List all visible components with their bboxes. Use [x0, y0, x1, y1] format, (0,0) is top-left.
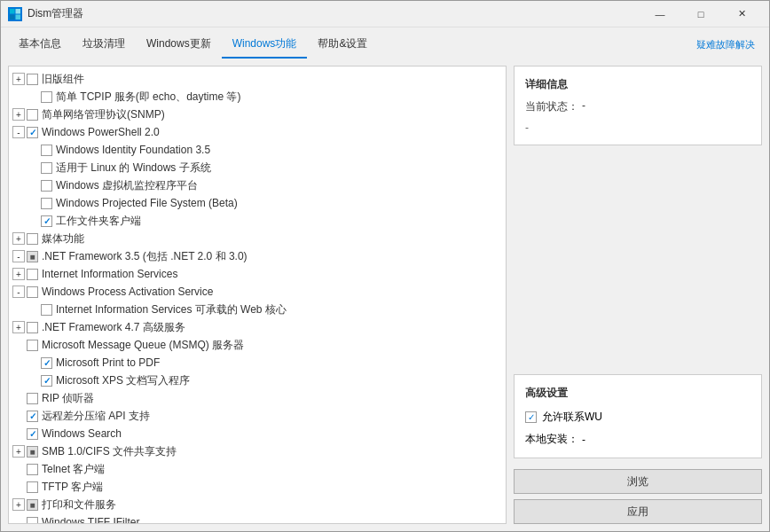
- checkbox[interactable]: [27, 481, 38, 493]
- item-label: 适用于 Linux 的 Windows 子系统: [56, 160, 211, 176]
- tab-features[interactable]: Windows功能: [222, 31, 308, 59]
- checkbox[interactable]: ✓: [41, 375, 52, 387]
- item-label: 简单网络管理协议(SNMP): [42, 107, 165, 122]
- item-label: .NET Framework 4.7 高级服务: [42, 320, 185, 335]
- expand-placeholder: [27, 356, 39, 369]
- advanced-settings-title: 高级设置: [525, 386, 750, 401]
- expand-placeholder: [12, 339, 25, 351]
- minimize-button[interactable]: —: [640, 1, 680, 27]
- checkbox[interactable]: [27, 464, 38, 475]
- close-button[interactable]: ✕: [721, 1, 762, 27]
- tab-basic[interactable]: 基本信息: [8, 31, 72, 59]
- description: -: [525, 121, 750, 134]
- list-item[interactable]: + ■ SMB 1.0/CIFS 文件共享支持: [9, 442, 506, 460]
- list-item[interactable]: Windows TIFF IFilter: [9, 513, 506, 523]
- list-item[interactable]: + 旧版组件: [9, 70, 506, 88]
- checkbox[interactable]: [27, 517, 38, 524]
- expand-icon[interactable]: +: [12, 498, 25, 511]
- checkbox[interactable]: [27, 233, 38, 245]
- checkbox[interactable]: [41, 162, 52, 174]
- list-item[interactable]: + 媒体功能: [9, 230, 506, 247]
- expand-icon[interactable]: -: [12, 286, 25, 298]
- expand-placeholder: [12, 410, 25, 422]
- list-item[interactable]: - ✓ Windows PowerShell 2.0: [9, 123, 506, 141]
- item-label: Windows Projected File System (Beta): [56, 197, 238, 209]
- window-title: Dism管理器: [28, 6, 640, 21]
- checkbox[interactable]: [27, 322, 38, 333]
- list-item[interactable]: + Internet Information Services: [9, 265, 506, 283]
- checkbox[interactable]: ✓: [41, 357, 52, 369]
- expand-placeholder: [12, 516, 25, 523]
- apply-button[interactable]: 应用: [514, 499, 762, 524]
- expand-icon[interactable]: +: [12, 445, 25, 458]
- checkbox[interactable]: [27, 286, 38, 298]
- expand-icon[interactable]: +: [12, 73, 25, 85]
- troubleshoot-link[interactable]: 疑难故障解决: [696, 38, 762, 51]
- checkbox[interactable]: ■: [27, 499, 38, 511]
- list-item[interactable]: ✓ Microsoft Print to PDF: [9, 354, 506, 372]
- browse-button[interactable]: 浏览: [514, 469, 762, 494]
- allow-wu-checkbox[interactable]: ✓: [525, 411, 537, 423]
- checkbox[interactable]: ✓: [27, 428, 38, 440]
- list-item[interactable]: TFTP 客户端: [9, 478, 506, 496]
- checkbox[interactable]: ✓: [27, 127, 38, 138]
- feature-list[interactable]: + 旧版组件 简单 TCPIP 服务(即 echo、daytime 等) + 简…: [9, 66, 506, 523]
- item-label: Internet Information Services: [42, 268, 177, 280]
- local-install-label: 本地安装：: [525, 432, 578, 447]
- checkbox[interactable]: ✓: [27, 411, 38, 422]
- list-item[interactable]: ✓ Windows Search: [9, 425, 506, 442]
- list-item[interactable]: ✓ 远程差分压缩 API 支持: [9, 407, 506, 425]
- expand-icon[interactable]: -: [12, 250, 25, 262]
- tab-clean[interactable]: 垃圾清理: [72, 31, 136, 59]
- list-item[interactable]: Telnet 客户端: [9, 460, 506, 478]
- list-item[interactable]: 适用于 Linux 的 Windows 子系统: [9, 159, 506, 176]
- spacer: [514, 153, 762, 367]
- expand-placeholder: [27, 144, 39, 156]
- item-label: 远程差分压缩 API 支持: [42, 409, 150, 424]
- list-item[interactable]: ✓ 工作文件夹客户端: [9, 212, 506, 230]
- list-item[interactable]: + .NET Framework 4.7 高级服务: [9, 318, 506, 336]
- checkbox[interactable]: [27, 340, 38, 351]
- item-label: Windows Search: [42, 427, 122, 440]
- list-item[interactable]: + ■ 打印和文件服务: [9, 496, 506, 513]
- list-item[interactable]: - ■ .NET Framework 3.5 (包括 .NET 2.0 和 3.…: [9, 247, 506, 265]
- checkbox[interactable]: [27, 269, 38, 280]
- list-item[interactable]: Microsoft Message Queue (MSMQ) 服务器: [9, 336, 506, 354]
- checkbox[interactable]: [27, 109, 38, 121]
- right-panel: 详细信息 当前状态： - - 高级设置 ✓ 允许联系WU 本地安装： -: [514, 66, 762, 524]
- checkbox[interactable]: [41, 304, 52, 316]
- list-item[interactable]: Windows 虚拟机监控程序平台: [9, 176, 506, 194]
- list-item[interactable]: Windows Identity Foundation 3.5: [9, 141, 506, 159]
- list-item[interactable]: RIP 侦听器: [9, 389, 506, 407]
- expand-icon[interactable]: +: [12, 108, 25, 121]
- list-item[interactable]: 简单 TCPIP 服务(即 echo、daytime 等): [9, 88, 506, 106]
- checkbox[interactable]: ■: [27, 251, 38, 262]
- list-item[interactable]: - Windows Process Activation Service: [9, 283, 506, 301]
- checkbox[interactable]: [41, 198, 52, 209]
- status-row: 当前状态： -: [525, 99, 750, 114]
- list-item[interactable]: + 简单网络管理协议(SNMP): [9, 106, 506, 123]
- list-item[interactable]: Windows Projected File System (Beta): [9, 194, 506, 212]
- expand-icon[interactable]: -: [12, 126, 25, 138]
- checkbox[interactable]: [27, 74, 38, 85]
- item-label: 工作文件夹客户端: [56, 214, 141, 229]
- svg-rect-0: [10, 9, 15, 14]
- checkbox[interactable]: [41, 145, 52, 156]
- item-label: Microsoft XPS 文档写入程序: [56, 373, 190, 388]
- list-item[interactable]: Internet Information Services 可承载的 Web 核…: [9, 301, 506, 318]
- list-item[interactable]: ✓ Microsoft XPS 文档写入程序: [9, 372, 506, 389]
- expand-icon[interactable]: +: [12, 232, 25, 245]
- checkbox[interactable]: [41, 91, 52, 103]
- item-label: .NET Framework 3.5 (包括 .NET 2.0 和 3.0): [42, 249, 248, 264]
- local-install-row: 本地安装： -: [525, 432, 750, 447]
- maximize-button[interactable]: □: [680, 1, 721, 27]
- checkbox[interactable]: ✓: [41, 215, 52, 227]
- checkbox[interactable]: [41, 180, 52, 192]
- checkbox[interactable]: ■: [27, 446, 38, 458]
- checkbox[interactable]: [27, 393, 38, 404]
- item-label: Windows 虚拟机监控程序平台: [56, 178, 198, 193]
- tab-update[interactable]: Windows更新: [136, 31, 222, 59]
- expand-icon[interactable]: +: [12, 268, 25, 280]
- expand-icon[interactable]: +: [12, 321, 25, 333]
- tab-help[interactable]: 帮助&设置: [307, 31, 378, 59]
